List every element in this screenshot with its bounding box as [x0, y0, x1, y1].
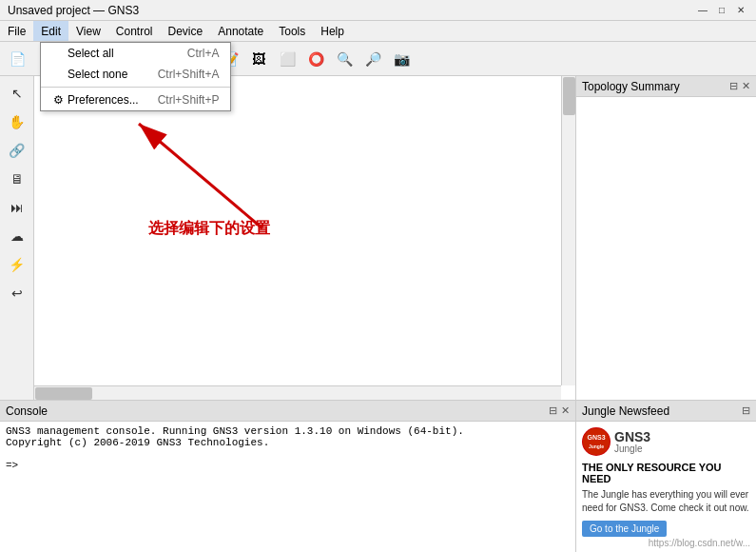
gns3-brand-text: GNS3: [614, 430, 650, 444]
newsfeed-logo: GNS3 Jungle GNS3 Jungle: [582, 427, 750, 456]
preferences-icon: ⚙: [48, 93, 68, 107]
console-panel-header: Console ⊟ ✕: [0, 401, 575, 422]
console-line-2: Copyright (c) 2006-2019 GNS3 Technologie…: [6, 437, 570, 448]
newsfeed-headline: THE ONLY RESOURCE YOU NEED: [582, 462, 750, 484]
select-none-shortcut: Ctrl+Shift+A: [158, 68, 220, 81]
console-panel-float-btn[interactable]: ⊟: [549, 404, 557, 417]
new-project-btn[interactable]: 📄: [4, 46, 30, 72]
menu-edit[interactable]: Edit: [33, 21, 68, 41]
topology-panel-close-btn[interactable]: ✕: [742, 80, 750, 92]
topology-panel-float-btn[interactable]: ⊟: [729, 80, 738, 92]
menu-select-none[interactable]: Select none Ctrl+Shift+A: [41, 64, 230, 85]
sidebar-next-btn[interactable]: ⏭: [4, 194, 30, 221]
menu-help[interactable]: Help: [313, 21, 352, 41]
sidebar-pc-btn[interactable]: 🖥: [4, 166, 30, 192]
svg-text:Jungle: Jungle: [589, 444, 604, 449]
zoom-in-btn[interactable]: 🔍: [331, 46, 358, 72]
watermark: https://blog.csdn.net/w...: [649, 538, 750, 548]
console-panel-close-btn[interactable]: ✕: [561, 404, 570, 417]
menu-preferences[interactable]: ⚙ Preferences... Ctrl+Shift+P: [41, 89, 230, 110]
topology-panel-header: Topology Summary ⊟ ✕: [576, 76, 756, 97]
svg-point-2: [583, 428, 610, 455]
menu-control[interactable]: Control: [108, 21, 161, 41]
sidebar-undo-btn[interactable]: ↩: [4, 280, 30, 306]
sidebar-move-btn[interactable]: ✋: [4, 108, 30, 135]
select-none-label: Select none: [68, 68, 127, 81]
menu-view[interactable]: View: [68, 21, 108, 41]
go-to-jungle-button[interactable]: Go to the Jungle: [582, 521, 667, 537]
menu-bar: File Edit View Control Device Annotate T…: [0, 21, 756, 42]
annotation-arrow: [82, 105, 291, 238]
left-sidebar: ↖ ✋ 🔗 🖥 ⏭ ☁ ⚡ ↩: [0, 76, 34, 400]
topology-panel-body: [576, 97, 756, 400]
menu-select-all[interactable]: Select all Ctrl+A: [41, 43, 230, 64]
jungle-sub-text: Jungle: [614, 444, 650, 454]
canvas-scrollbar-horizontal[interactable]: [34, 385, 561, 400]
console-line-3: [6, 448, 570, 460]
menu-file[interactable]: File: [0, 21, 33, 41]
newsfeed-title-text: Jungle Newsfeed: [582, 404, 669, 418]
zoom-out-btn[interactable]: 🔎: [359, 46, 386, 72]
console-prompt: =>: [6, 460, 570, 471]
close-button[interactable]: ✕: [733, 3, 748, 18]
console-panel: Console ⊟ ✕ GNS3 management console. Run…: [0, 401, 575, 552]
scroll-thumb-vertical[interactable]: [563, 77, 575, 115]
preferences-label: Preferences...: [68, 93, 139, 107]
add-image-btn[interactable]: 🖼: [245, 46, 272, 72]
canvas-scrollbar-vertical[interactable]: [561, 76, 575, 385]
sidebar-switch-btn[interactable]: ⚡: [4, 251, 30, 278]
console-line-1: GNS3 management console. Running GNS3 ve…: [6, 425, 570, 437]
top-area: ↖ ✋ 🔗 🖥 ⏭ ☁ ⚡ ↩ 选择编辑下的设置: [0, 76, 756, 400]
scroll-thumb-horizontal[interactable]: [35, 387, 92, 400]
sidebar-select-btn[interactable]: ↖: [4, 80, 30, 107]
annotation-text: 选择编辑下的设置: [148, 219, 270, 239]
screenshot-btn[interactable]: 📷: [388, 46, 415, 72]
minimize-button[interactable]: —: [695, 3, 710, 18]
newsfeed-panel: Jungle Newsfeed ⊟ GNS3 Jungle GNS3 Jungl…: [575, 401, 756, 552]
add-ellipse-btn[interactable]: ⭕: [302, 46, 329, 72]
add-rect-btn[interactable]: ⬜: [274, 46, 300, 72]
preferences-shortcut: Ctrl+Shift+P: [158, 93, 220, 107]
console-panel-controls: ⊟ ✕: [549, 404, 570, 417]
select-all-shortcut: Ctrl+A: [187, 47, 220, 60]
gns3-logo-icon: GNS3 Jungle: [582, 427, 611, 456]
topology-panel: Topology Summary ⊟ ✕: [575, 76, 756, 400]
title-bar-controls: — □ ✕: [695, 3, 748, 18]
maximize-button[interactable]: □: [714, 3, 729, 18]
canvas-area: 选择编辑下的设置: [34, 76, 575, 400]
newsfeed-header: Jungle Newsfeed ⊟: [576, 401, 756, 422]
bottom-area: Console ⊟ ✕ GNS3 management console. Run…: [0, 400, 756, 552]
window-title: Unsaved project — GNS3: [8, 4, 139, 17]
menu-separator: [41, 87, 230, 88]
menu-tools[interactable]: Tools: [271, 21, 313, 41]
console-panel-title: Console: [6, 404, 48, 418]
title-bar: Unsaved project — GNS3 — □ ✕: [0, 0, 756, 21]
console-body[interactable]: GNS3 management console. Running GNS3 ve…: [0, 422, 575, 552]
newsfeed-body: GNS3 Jungle GNS3 Jungle THE ONLY RESOURC…: [576, 422, 756, 552]
edit-dropdown-menu: Select all Ctrl+A Select none Ctrl+Shift…: [40, 42, 231, 111]
sidebar-link-btn[interactable]: 🔗: [4, 137, 30, 164]
menu-device[interactable]: Device: [161, 21, 211, 41]
topology-panel-controls: ⊟ ✕: [729, 80, 750, 92]
topology-panel-title: Topology Summary: [582, 80, 680, 93]
sidebar-cloud-btn[interactable]: ☁: [4, 223, 30, 249]
svg-line-1: [139, 124, 262, 228]
select-all-label: Select all: [68, 47, 114, 60]
newsfeed-content-text: The Jungle has everything you will ever …: [582, 488, 750, 515]
main-layout: ↖ ✋ 🔗 🖥 ⏭ ☁ ⚡ ↩ 选择编辑下的设置: [0, 76, 756, 552]
menu-annotate[interactable]: Annotate: [210, 21, 271, 41]
svg-text:GNS3: GNS3: [587, 434, 605, 441]
newsfeed-float-btn[interactable]: ⊟: [742, 404, 750, 417]
